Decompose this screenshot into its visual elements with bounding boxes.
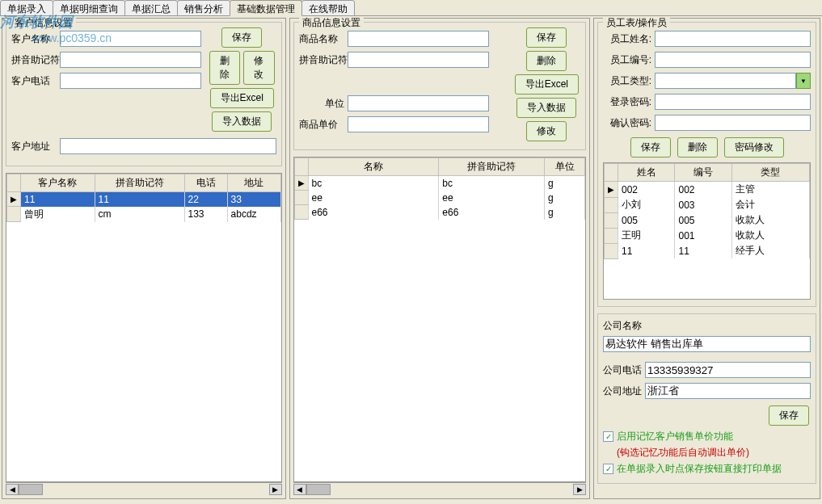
emp-id-input[interactable] (655, 52, 811, 68)
product-modify-button[interactable]: 修改 (526, 121, 567, 141)
table-row[interactable]: eeeeg (294, 191, 584, 205)
emp-pwd2-input[interactable] (655, 115, 811, 131)
emp-type-label: 员工类型: (603, 74, 651, 88)
table-row[interactable]: ▶002002主管 (605, 182, 810, 198)
opt1-checkbox[interactable]: ✓ (603, 431, 613, 442)
employee-group-title: 员工表/操作员 (603, 16, 670, 30)
emp-th-id[interactable]: 编号 (675, 164, 731, 182)
customer-pinyin-input[interactable] (60, 52, 201, 68)
table-row[interactable]: e66e66g (294, 205, 584, 220)
product-unit-input[interactable] (348, 95, 489, 111)
opt2-label: 在单据录入时点保存按钮直接打印单据 (617, 462, 782, 476)
company-group: 公司名称 公司电话 公司地址 保存 ✓启用记忆客户销售单价功能 (钩选记忆功能后… (597, 313, 816, 484)
tab-basedata[interactable]: 基础数据管理 (230, 0, 302, 16)
emp-pwd-input[interactable] (655, 94, 811, 110)
product-price-label: 商品单价 (299, 118, 348, 132)
tab-summary[interactable]: 单据汇总 (124, 0, 178, 16)
product-pinyin-input[interactable] (348, 52, 489, 68)
customer-group-title: 客户信息设置 (11, 16, 76, 30)
table-row[interactable]: 005005收款人 (605, 212, 810, 228)
emp-name-input[interactable] (655, 31, 811, 47)
product-panel: 商品信息设置 商品名称 拼音助记符 单位 商品单价 保存 删除 导出Excel … (289, 18, 590, 499)
customer-phone-input[interactable] (60, 73, 201, 89)
product-save-button[interactable]: 保存 (526, 27, 567, 48)
table-row[interactable]: ▶bcbcg (294, 176, 584, 191)
customer-th-phone[interactable]: 电话 (184, 174, 227, 192)
product-name-input[interactable] (348, 31, 489, 47)
product-th-unit[interactable]: 单位 (545, 158, 585, 176)
customer-export-button[interactable]: 导出Excel (210, 88, 274, 108)
company-phone-label: 公司电话 (603, 363, 645, 377)
product-price-input[interactable] (348, 116, 489, 132)
emp-pwd2-label: 确认密码: (603, 116, 651, 130)
customer-name-input[interactable] (60, 31, 201, 47)
main-tabs: 单据录入 单据明细查询 单据汇总 销售分析 基础数据管理 在线帮助 (0, 0, 822, 16)
employee-table-wrap: 姓名编号类型 ▶002002主管 小刘003会计 005005收款人 王明001… (603, 162, 811, 300)
company-addr-label: 公司地址 (603, 384, 645, 398)
company-save-button[interactable]: 保存 (769, 405, 809, 426)
table-row[interactable]: 小刘003会计 (605, 197, 810, 212)
customer-panel: 客户信息设置 客户名称 拼音助记符 客户电话 保存 删除修改 导出Excel 导… (2, 18, 286, 499)
table-row[interactable]: 1111经手人 (605, 243, 810, 258)
company-phone-input[interactable] (645, 362, 811, 378)
table-row[interactable]: 王明001收款人 (605, 228, 810, 243)
chevron-down-icon[interactable]: ▼ (796, 73, 811, 89)
tab-analysis[interactable]: 销售分析 (177, 0, 230, 16)
product-delete-button[interactable]: 删除 (526, 51, 567, 71)
company-title: 公司名称 (603, 319, 811, 333)
opt2-checkbox[interactable]: ✓ (603, 464, 613, 474)
table-row[interactable]: 曾明cm133abcdz (7, 207, 281, 222)
product-table[interactable]: 名称拼音助记符单位 ▶bcbcg eeeeg e66e66g (294, 158, 585, 220)
customer-scrollbar[interactable]: ◀▶ (6, 482, 282, 495)
product-group-title: 商品信息设置 (299, 16, 364, 30)
customer-table[interactable]: 客户名称拼音助记符电话地址 ▶11112233 曾明cm133abcdz (6, 174, 281, 222)
emp-th-type[interactable]: 类型 (731, 164, 809, 182)
customer-pinyin-label: 拼音助记符 (11, 53, 60, 67)
emp-id-label: 员工编号: (603, 53, 651, 67)
customer-addr-input[interactable] (60, 138, 276, 154)
customer-import-button[interactable]: 导入数据 (212, 111, 272, 132)
product-th-name[interactable]: 名称 (308, 158, 439, 176)
customer-th-name[interactable]: 客户名称 (21, 174, 95, 192)
product-th-pinyin[interactable]: 拼音助记符 (439, 158, 545, 176)
product-unit-label: 单位 (299, 97, 348, 111)
company-addr-input[interactable] (645, 383, 811, 399)
customer-th-addr[interactable]: 地址 (227, 174, 280, 192)
emp-th-name[interactable]: 姓名 (618, 164, 675, 182)
emp-save-button[interactable]: 保存 (630, 137, 671, 158)
tab-detail[interactable]: 单据明细查询 (53, 0, 125, 16)
emp-pwd-label: 登录密码: (603, 95, 651, 109)
product-pinyin-label: 拼音助记符 (299, 53, 348, 67)
customer-save-button[interactable]: 保存 (221, 27, 262, 48)
opt1-note: (钩选记忆功能后自动调出单价) (617, 446, 811, 460)
product-scrollbar[interactable]: ◀▶ (293, 482, 586, 495)
tab-help[interactable]: 在线帮助 (301, 0, 355, 16)
employee-table[interactable]: 姓名编号类型 ▶002002主管 小刘003会计 005005收款人 王明001… (604, 163, 810, 259)
customer-th-pinyin[interactable]: 拼音助记符 (95, 174, 184, 192)
emp-type-select[interactable] (655, 73, 796, 89)
customer-addr-label: 客户地址 (11, 140, 60, 153)
tab-input[interactable]: 单据录入 (0, 0, 53, 16)
customer-name-label: 客户名称 (11, 32, 60, 46)
customer-delete-button[interactable]: 删除 (209, 51, 240, 85)
employee-form-group: 员工表/操作员 员工姓名: 员工编号: 员工类型:▼ 登录密码: 确认密码: 保… (597, 22, 816, 307)
product-export-button[interactable]: 导出Excel (515, 74, 579, 94)
customer-phone-label: 客户电话 (11, 74, 60, 88)
product-import-button[interactable]: 导入数据 (516, 98, 576, 118)
table-row[interactable]: ▶11112233 (7, 192, 281, 207)
emp-pwdmod-button[interactable]: 密码修改 (724, 137, 784, 158)
product-name-label: 商品名称 (299, 32, 348, 46)
customer-modify-button[interactable]: 修改 (243, 51, 274, 85)
employee-panel: 员工表/操作员 员工姓名: 员工编号: 员工类型:▼ 登录密码: 确认密码: 保… (593, 18, 820, 499)
emp-delete-button[interactable]: 删除 (677, 137, 718, 158)
company-name-input[interactable] (603, 336, 811, 352)
emp-name-label: 员工姓名: (603, 32, 651, 46)
customer-table-wrap: 客户名称拼音助记符电话地址 ▶11112233 曾明cm133abcdz (6, 173, 282, 482)
product-form-group: 商品信息设置 商品名称 拼音助记符 单位 商品单价 保存 删除 导出Excel … (293, 22, 586, 150)
customer-form-group: 客户信息设置 客户名称 拼音助记符 客户电话 保存 删除修改 导出Excel 导… (6, 22, 282, 166)
opt1-label: 启用记忆客户销售单价功能 (617, 430, 733, 443)
product-table-wrap: 名称拼音助记符单位 ▶bcbcg eeeeg e66e66g (293, 157, 586, 482)
